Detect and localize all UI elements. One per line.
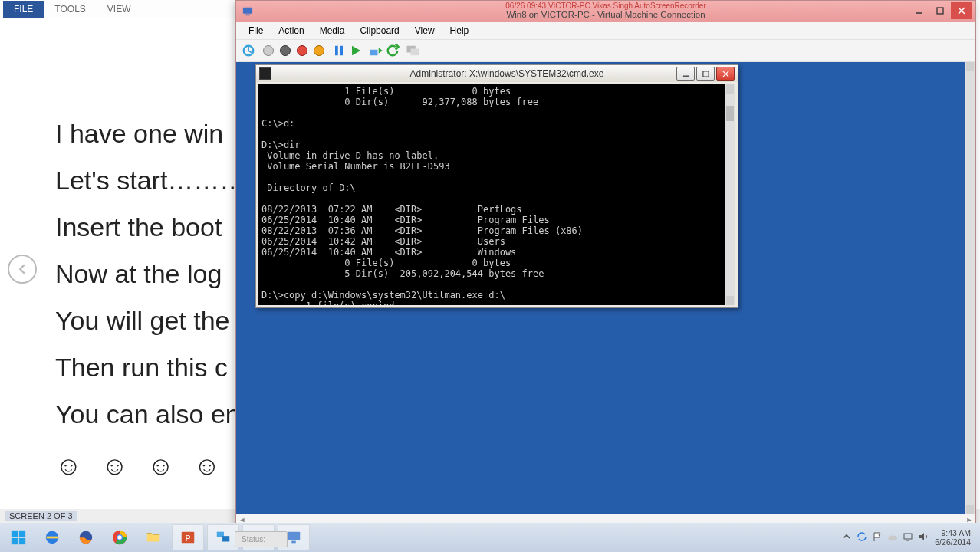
vmc-maximize-button[interactable] [929, 2, 951, 19]
monitor-icon [242, 6, 253, 17]
vmc-reset-button[interactable] [348, 43, 363, 58]
chrome-icon [111, 529, 128, 546]
tray-onedrive-icon[interactable] [887, 531, 898, 544]
cmd-minimize-button[interactable] [676, 67, 695, 80]
system-tray: 9:43 AM 6/26/2014 [841, 528, 977, 547]
hyperv-icon [215, 529, 232, 546]
taskbar-explorer[interactable] [138, 525, 169, 550]
svg-rect-28 [904, 534, 912, 539]
vmc-menu-clipboard[interactable]: Clipboard [352, 24, 406, 38]
folder-icon [145, 529, 162, 546]
status-strip: Status: [235, 531, 288, 547]
taskbar-chrome[interactable] [104, 525, 135, 550]
vmc-start-button[interactable] [261, 43, 276, 58]
svg-rect-11 [19, 531, 25, 537]
cmd-titlebar[interactable]: Administrator: X:\windows\SYSTEM32\cmd.e… [256, 65, 738, 82]
vmc-menu-view[interactable]: View [407, 24, 442, 38]
vmconnect-icon [285, 529, 302, 546]
svg-point-18 [117, 535, 122, 540]
taskbar-powerpoint[interactable]: P [172, 524, 204, 550]
svg-point-27 [888, 536, 897, 541]
vmc-menu-media[interactable]: Media [312, 24, 353, 38]
vmc-title-text: Win8 on VICTOR-PC - Virtual Machine Conn… [506, 10, 705, 19]
cmd-maximize-button[interactable] [696, 67, 715, 80]
vmc-close-button[interactable] [951, 2, 972, 19]
cmd-close-button[interactable] [716, 67, 735, 80]
firefox-icon [77, 529, 94, 546]
tray-volume-icon[interactable] [918, 531, 929, 544]
svg-rect-25 [288, 532, 301, 540]
tray-date: 6/26/2014 [935, 537, 971, 547]
taskbar: P Status: 9:43 AM 6/26/2014 [0, 523, 980, 552]
svg-rect-8 [411, 49, 419, 56]
tray-clock[interactable]: 9:43 AM 6/26/2014 [935, 528, 971, 547]
screen-counter: SCREEN 2 OF 3 [5, 511, 77, 521]
tray-sync-icon[interactable] [857, 531, 867, 544]
windows-icon [10, 529, 27, 546]
prev-slide-button[interactable] [8, 255, 37, 284]
svg-rect-5 [340, 46, 343, 56]
ie-icon [44, 529, 61, 546]
taskbar-firefox[interactable] [71, 525, 101, 550]
svg-rect-29 [906, 540, 909, 541]
svg-rect-12 [12, 538, 18, 544]
slide-line: Let's start……… [55, 157, 245, 204]
vmc-pause-button[interactable] [331, 43, 347, 58]
svg-rect-26 [291, 541, 296, 544]
host-tab-view[interactable]: VIEW [97, 1, 142, 18]
svg-rect-4 [335, 46, 338, 56]
cmd-title-text: Administrator: X:\windows\SYSTEM32\cmd.e… [276, 68, 738, 79]
guest-scrollbar[interactable] [965, 62, 975, 514]
vmc-menu-action[interactable]: Action [271, 24, 311, 38]
slide-line: Insert the boot [55, 204, 245, 251]
host-tab-tools[interactable]: TOOLS [44, 1, 96, 18]
vmc-titlebar[interactable]: 06/26 09:43 VICTOR-PC Vikas Singh AutoSc… [236, 1, 975, 22]
vmc-menu-help[interactable]: Help [442, 24, 477, 38]
chevron-left-icon [17, 264, 28, 274]
slide-line: You will get the [55, 297, 245, 344]
cmd-output[interactable]: 1 File(s) 0 bytes 0 Dir(s) 92,377,088 by… [258, 84, 735, 305]
vmc-minimize-button[interactable] [908, 2, 929, 19]
slide-smileys: ☺ ☺ ☺ ☺ [55, 442, 245, 489]
slide-line: I have one win [55, 110, 245, 157]
tray-network-icon[interactable] [903, 531, 913, 544]
svg-rect-13 [19, 538, 25, 544]
svg-rect-2 [937, 8, 943, 14]
svg-rect-10 [12, 531, 18, 537]
svg-rect-22 [222, 536, 229, 541]
svg-rect-6 [370, 50, 378, 56]
guest-display[interactable]: Administrator: X:\windows\SYSTEM32\cmd.e… [236, 62, 975, 514]
slide-text: I have one win Let's start……… Insert the… [55, 110, 245, 489]
tray-flag-icon[interactable] [872, 531, 883, 544]
vmc-toolbar [236, 40, 975, 62]
start-button[interactable] [3, 525, 34, 550]
svg-rect-0 [243, 8, 252, 14]
svg-rect-1 [245, 15, 249, 16]
vmc-shutdown-button[interactable] [294, 43, 310, 58]
cmd-icon [259, 67, 271, 80]
tray-time: 9:43 AM [935, 528, 971, 537]
vmc-ctrlaltdel-button[interactable] [241, 43, 256, 58]
slide-line: You can also en [55, 391, 245, 438]
powerpoint-icon: P [179, 529, 196, 546]
host-tab-file[interactable]: FILE [3, 1, 44, 18]
tray-chevron-up-icon[interactable] [841, 531, 852, 544]
slide-line: Now at the log [55, 251, 245, 297]
cmd-scrollbar[interactable] [725, 84, 735, 305]
cmd-window[interactable]: Administrator: X:\windows\SYSTEM32\cmd.e… [255, 64, 738, 308]
vmc-enhanced-button[interactable] [405, 43, 420, 58]
vmc-turnoff-button[interactable] [278, 43, 293, 58]
taskbar-ie[interactable] [37, 525, 67, 550]
vmc-menubar: File Action Media Clipboard View Help [236, 22, 975, 40]
slide-line: Then run this c [55, 344, 245, 391]
svg-rect-9 [702, 71, 708, 76]
vmc-window[interactable]: 06/26 09:43 VICTOR-PC Vikas Singh AutoSc… [235, 0, 976, 526]
svg-text:P: P [186, 534, 191, 543]
recorder-overlay: 06/26 09:43 VICTOR-PC Vikas Singh AutoSc… [505, 2, 705, 10]
vmc-menu-file[interactable]: File [241, 24, 271, 38]
vmc-checkpoint-button[interactable] [368, 43, 383, 58]
vmc-revert-button[interactable] [385, 43, 400, 58]
vmc-save-button[interactable] [311, 43, 327, 58]
